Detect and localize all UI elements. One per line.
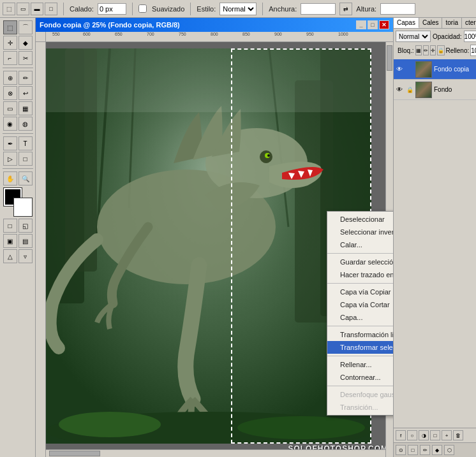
close-button[interactable]: ✕ xyxy=(379,20,389,29)
shape-tool[interactable]: □ xyxy=(19,152,33,166)
ctx-gaussian: Desenfoque gaussiano xyxy=(327,388,393,401)
text-tool[interactable]: T xyxy=(19,136,33,150)
extra-2[interactable]: ▿ xyxy=(19,249,33,263)
canvas-scroll[interactable]: Deseleccionar Seleccionar inverso Calar.… xyxy=(46,42,393,457)
ctx-transform-sel[interactable]: Transformar selección xyxy=(327,341,393,354)
clone-tool[interactable]: ⊗ xyxy=(3,86,17,100)
panel-icon-4[interactable]: ◆ xyxy=(432,445,442,455)
new-adjustment-button[interactable]: ◑ xyxy=(419,430,429,440)
lasso-tool[interactable]: ⌒ xyxy=(19,20,33,34)
image-canvas xyxy=(46,48,371,444)
rect-select-icon[interactable]: ⬚ xyxy=(3,3,15,15)
maximize-button[interactable]: □ xyxy=(368,20,378,29)
canvas-titlebar: Fondo copia @ 25% (Fondo copia, RGB/8) _… xyxy=(36,18,393,32)
delete-layer-button[interactable]: 🗑 xyxy=(453,430,463,440)
calado-input[interactable] xyxy=(98,3,126,15)
svg-point-18 xyxy=(59,412,161,437)
ruler-700: 700 xyxy=(147,32,154,36)
history-brush[interactable]: ↩ xyxy=(19,86,33,100)
suavizado-checkbox[interactable] xyxy=(138,4,147,13)
panel-bottom-icons: ⊙ □ ✏ ◆ ⬡ xyxy=(394,442,476,457)
layer-fondo[interactable]: 👁 🔒 Fondo xyxy=(394,80,476,100)
tool-option-3[interactable]: □ xyxy=(45,3,57,15)
brush-tool[interactable]: ✏ xyxy=(19,71,33,85)
estilo-select[interactable]: Normal xyxy=(219,3,257,15)
ctx-layer-copy[interactable]: Capa vía Copiar xyxy=(327,286,393,298)
lock-brush-icon[interactable]: ✏ xyxy=(423,45,429,55)
background-color[interactable] xyxy=(14,198,32,216)
layer-fondo-copia[interactable]: 👁 Fondo copia xyxy=(394,59,476,80)
ctx-layer-cut[interactable]: Capa vía Cortar xyxy=(327,298,393,311)
tab-toria[interactable]: toria xyxy=(442,18,461,28)
right-panel: Capas Cales toria cter Normal Opacidad: … xyxy=(393,18,476,457)
blend-mode-select[interactable]: Normal xyxy=(396,31,431,42)
layer-panel-actions: f ○ ◑ □ + 🗑 xyxy=(394,428,476,442)
ctx-feather[interactable]: Calar... xyxy=(327,238,393,251)
ctx-invert[interactable]: Seleccionar inverso xyxy=(327,226,393,238)
screen-mode-1[interactable]: ▣ xyxy=(3,234,17,248)
dodge-tool[interactable]: ◍ xyxy=(19,117,33,131)
zoom-tool[interactable]: 🔍 xyxy=(19,171,33,185)
ctx-save-sel[interactable]: Guardar selección... xyxy=(327,256,393,268)
tab-cales[interactable]: Cales xyxy=(419,18,443,28)
layer-eye-fondo-copia[interactable]: 👁 xyxy=(395,65,404,74)
layer-eye-fondo[interactable]: 👁 xyxy=(395,85,404,94)
extra-1[interactable]: △ xyxy=(3,249,17,263)
panel-icon-3[interactable]: ✏ xyxy=(420,445,430,455)
new-group-button[interactable]: □ xyxy=(430,430,440,440)
anchura-input[interactable] xyxy=(301,3,336,15)
add-style-button[interactable]: f xyxy=(396,430,406,440)
slice-tool[interactable]: ✂ xyxy=(19,51,33,65)
tool-option-2[interactable]: ▬ xyxy=(31,3,43,15)
gradient-tool[interactable]: ▦ xyxy=(19,101,33,115)
ctx-fill[interactable]: Rellenar... xyxy=(327,358,393,371)
dino-scene xyxy=(46,48,371,444)
ctx-free-transform[interactable]: Transformación libre xyxy=(327,328,393,341)
ctx-deselect[interactable]: Deseleccionar xyxy=(327,213,393,226)
move-tool[interactable]: ✛ xyxy=(3,36,17,50)
divider-1 xyxy=(63,3,64,15)
new-layer-button[interactable]: + xyxy=(442,430,452,440)
eraser-tool[interactable]: ▭ xyxy=(3,101,17,115)
tab-cter[interactable]: cter xyxy=(462,18,476,28)
add-mask-button[interactable]: ○ xyxy=(407,430,417,440)
scroll-thumb-v[interactable] xyxy=(387,45,392,71)
layer-lock-fondo[interactable]: 🔒 xyxy=(406,86,413,94)
ctx-sep-3 xyxy=(327,326,393,326)
ctx-stroke[interactable]: Contornear... xyxy=(327,371,393,384)
opacity-input[interactable] xyxy=(464,31,476,42)
scrollbar-horizontal[interactable] xyxy=(46,449,385,457)
crop-tool[interactable]: ⌐ xyxy=(3,51,17,65)
ctx-layer[interactable]: Capa... xyxy=(327,311,393,324)
hand-tool[interactable]: ✋ xyxy=(3,171,17,185)
minimize-button[interactable]: _ xyxy=(356,20,366,29)
lock-transparency-icon[interactable]: ▦ xyxy=(415,45,422,55)
panel-icon-2[interactable]: □ xyxy=(408,445,418,455)
ctx-make-path[interactable]: Hacer trazado en uso... xyxy=(327,268,393,281)
tool-row-1: ⬚ ⌒ xyxy=(3,20,33,34)
svg-point-19 xyxy=(237,416,365,439)
ruler-1000: 1000 xyxy=(338,32,348,36)
divider-2 xyxy=(132,3,133,15)
shape-select[interactable]: ▷ xyxy=(3,152,17,166)
healing-tool[interactable]: ⊕ xyxy=(3,71,17,85)
altura-input[interactable] xyxy=(380,3,415,15)
tab-capas[interactable]: Capas xyxy=(394,18,419,28)
lock-all-icon[interactable]: 🔒 xyxy=(437,45,445,55)
calado-label: Calado: xyxy=(70,5,94,13)
panel-icon-5[interactable]: ⬡ xyxy=(444,445,454,455)
standard-mode[interactable]: □ xyxy=(3,219,17,233)
fill-input[interactable] xyxy=(470,45,476,56)
ctx-sep-1 xyxy=(327,253,393,254)
panel-icon-1[interactable]: ⊙ xyxy=(396,445,406,455)
screen-mode-2[interactable]: ▤ xyxy=(19,234,33,248)
tool-option-1[interactable]: ▭ xyxy=(17,3,29,15)
pen-tool[interactable]: ✒ xyxy=(3,136,17,150)
quick-mask[interactable]: ◱ xyxy=(19,219,33,233)
swap-icon[interactable]: ⇄ xyxy=(339,3,352,15)
scroll-thumb-h[interactable] xyxy=(49,451,100,456)
lock-move-icon[interactable]: ✛ xyxy=(430,45,436,55)
magic-wand-tool[interactable]: ◆ xyxy=(19,36,33,50)
marquee-tool[interactable]: ⬚ xyxy=(3,20,17,34)
blur-tool[interactable]: ◉ xyxy=(3,117,17,131)
